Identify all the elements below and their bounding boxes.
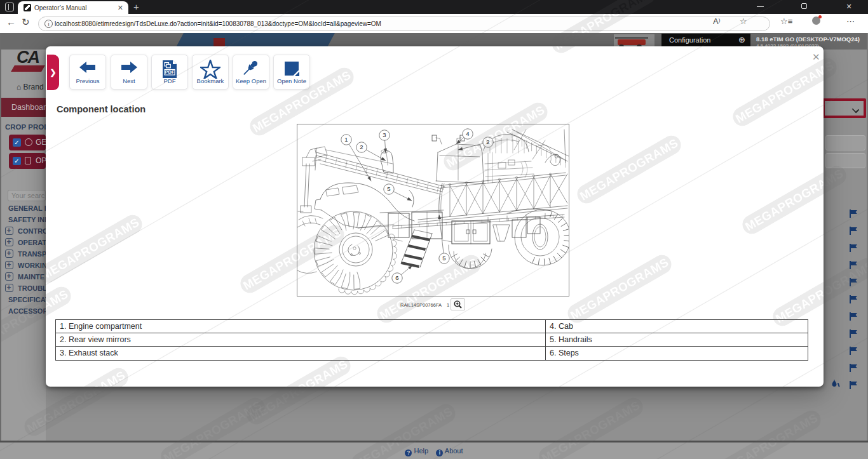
svg-text:2: 2 bbox=[360, 143, 363, 150]
svg-text:6: 6 bbox=[395, 274, 398, 281]
svg-text:PDF: PDF bbox=[165, 69, 175, 75]
svg-text:3: 3 bbox=[383, 131, 386, 138]
svg-text:2: 2 bbox=[486, 138, 489, 145]
svg-text:1: 1 bbox=[344, 136, 348, 143]
svg-text:5: 5 bbox=[387, 185, 390, 192]
svg-text:4: 4 bbox=[466, 130, 469, 137]
svg-text:5: 5 bbox=[442, 255, 445, 262]
